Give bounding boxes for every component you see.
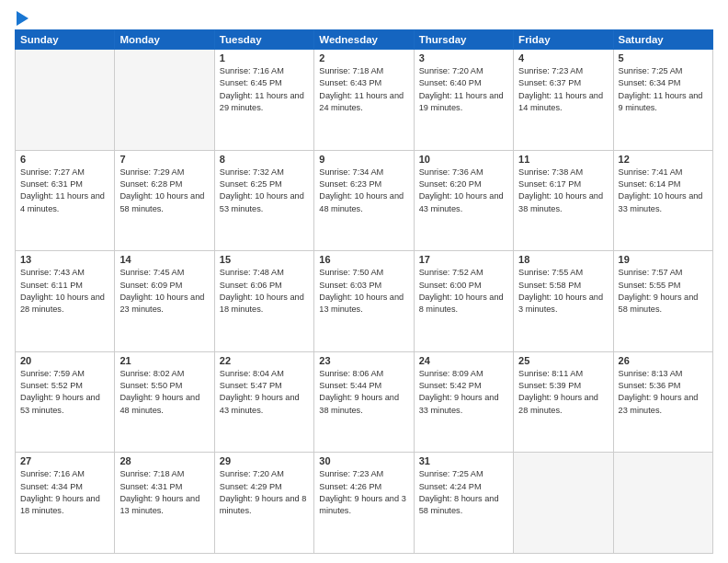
cell-info: Sunrise: 7:20 AM Sunset: 6:40 PM Dayligh… [419,65,508,114]
cell-info: Sunrise: 7:36 AM Sunset: 6:20 PM Dayligh… [419,167,508,215]
calendar-cell: 25Sunrise: 8:11 AM Sunset: 5:39 PM Dayli… [514,351,613,453]
day-number: 26 [619,355,708,366]
day-header-thursday: Thursday [414,30,513,50]
day-number: 11 [518,154,608,165]
day-number: 31 [419,455,508,466]
calendar-cell: 17Sunrise: 7:52 AM Sunset: 6:00 PM Dayli… [414,251,513,352]
calendar-cell: 20Sunrise: 7:59 AM Sunset: 5:52 PM Dayli… [16,351,115,453]
cell-info: Sunrise: 7:20 AM Sunset: 4:29 PM Dayligh… [220,468,309,517]
day-number: 29 [220,455,309,466]
day-header-monday: Monday [115,30,214,50]
calendar-cell: 5Sunrise: 7:25 AM Sunset: 6:34 PM Daylig… [613,50,712,151]
cell-info: Sunrise: 7:16 AM Sunset: 6:45 PM Dayligh… [220,65,309,114]
cell-info: Sunrise: 7:18 AM Sunset: 6:43 PM Dayligh… [319,65,408,114]
day-header-wednesday: Wednesday [314,30,414,50]
cell-info: Sunrise: 8:06 AM Sunset: 5:44 PM Dayligh… [319,368,408,417]
calendar-cell: 31Sunrise: 7:25 AM Sunset: 4:24 PM Dayli… [414,453,513,554]
calendar-cell: 12Sunrise: 7:41 AM Sunset: 6:14 PM Dayli… [613,150,712,251]
calendar-cell: 27Sunrise: 7:16 AM Sunset: 4:34 PM Dayli… [16,453,115,554]
cell-info: Sunrise: 7:16 AM Sunset: 4:34 PM Dayligh… [20,468,109,517]
day-number: 5 [619,52,708,63]
calendar-cell: 15Sunrise: 7:48 AM Sunset: 6:06 PM Dayli… [214,251,313,352]
cell-info: Sunrise: 7:48 AM Sunset: 6:06 PM Dayligh… [220,267,309,316]
calendar-cell: 28Sunrise: 7:18 AM Sunset: 4:31 PM Dayli… [115,453,214,554]
day-number: 7 [119,154,209,165]
day-number: 24 [419,355,508,366]
cell-info: Sunrise: 7:34 AM Sunset: 6:23 PM Dayligh… [319,167,408,215]
cell-info: Sunrise: 7:59 AM Sunset: 5:52 PM Dayligh… [20,368,109,417]
week-row-5: 27Sunrise: 7:16 AM Sunset: 4:34 PM Dayli… [16,453,713,554]
day-number: 12 [619,154,708,165]
day-number: 1 [220,52,309,63]
calendar-cell: 9Sunrise: 7:34 AM Sunset: 6:23 PM Daylig… [314,150,414,251]
day-number: 23 [319,355,408,366]
day-header-sunday: Sunday [16,30,115,50]
week-row-1: 1Sunrise: 7:16 AM Sunset: 6:45 PM Daylig… [16,50,713,151]
day-header-friday: Friday [514,30,613,50]
calendar-cell: 13Sunrise: 7:43 AM Sunset: 6:11 PM Dayli… [16,251,115,352]
cell-info: Sunrise: 7:25 AM Sunset: 4:24 PM Dayligh… [419,468,508,517]
day-number: 25 [518,355,608,366]
page: SundayMondayTuesdayWednesdayThursdayFrid… [0,0,728,563]
day-number: 8 [220,154,309,165]
day-number: 17 [419,254,508,265]
cell-info: Sunrise: 7:43 AM Sunset: 6:11 PM Dayligh… [20,267,109,316]
cell-info: Sunrise: 7:55 AM Sunset: 5:58 PM Dayligh… [518,267,608,316]
day-header-tuesday: Tuesday [214,30,313,50]
calendar-cell: 6Sunrise: 7:27 AM Sunset: 6:31 PM Daylig… [16,150,115,251]
calendar-cell: 8Sunrise: 7:32 AM Sunset: 6:25 PM Daylig… [214,150,313,251]
calendar-cell: 26Sunrise: 8:13 AM Sunset: 5:36 PM Dayli… [613,351,712,453]
calendar-cell [115,50,214,151]
day-number: 3 [419,52,508,63]
calendar-cell: 24Sunrise: 8:09 AM Sunset: 5:42 PM Dayli… [414,351,513,453]
calendar-cell: 1Sunrise: 7:16 AM Sunset: 6:45 PM Daylig… [214,50,313,151]
calendar-cell: 2Sunrise: 7:18 AM Sunset: 6:43 PM Daylig… [314,50,414,151]
cell-info: Sunrise: 7:18 AM Sunset: 4:31 PM Dayligh… [119,468,209,517]
logo-arrow-icon [17,11,28,26]
cell-info: Sunrise: 7:23 AM Sunset: 6:37 PM Dayligh… [518,65,608,114]
cell-info: Sunrise: 7:38 AM Sunset: 6:17 PM Dayligh… [518,167,608,215]
day-number: 4 [518,52,608,63]
calendar-cell: 23Sunrise: 8:06 AM Sunset: 5:44 PM Dayli… [314,351,414,453]
week-row-4: 20Sunrise: 7:59 AM Sunset: 5:52 PM Dayli… [16,351,713,453]
calendar-cell: 7Sunrise: 7:29 AM Sunset: 6:28 PM Daylig… [115,150,214,251]
header [15,11,713,22]
calendar-cell: 29Sunrise: 7:20 AM Sunset: 4:29 PM Dayli… [214,453,313,554]
calendar-cell [514,453,613,554]
calendar-cell [16,50,115,151]
cell-info: Sunrise: 8:11 AM Sunset: 5:39 PM Dayligh… [518,368,608,417]
cell-info: Sunrise: 7:32 AM Sunset: 6:25 PM Dayligh… [220,167,309,215]
day-number: 27 [20,455,109,466]
cell-info: Sunrise: 8:13 AM Sunset: 5:36 PM Dayligh… [619,368,708,417]
day-number: 2 [319,52,408,63]
cell-info: Sunrise: 7:25 AM Sunset: 6:34 PM Dayligh… [619,65,708,114]
calendar-cell: 16Sunrise: 7:50 AM Sunset: 6:03 PM Dayli… [314,251,414,352]
calendar-cell: 3Sunrise: 7:20 AM Sunset: 6:40 PM Daylig… [414,50,513,151]
day-number: 9 [319,154,408,165]
cell-info: Sunrise: 8:02 AM Sunset: 5:50 PM Dayligh… [119,368,209,417]
day-number: 30 [319,455,408,466]
day-number: 6 [20,154,109,165]
cell-info: Sunrise: 7:45 AM Sunset: 6:09 PM Dayligh… [119,267,209,316]
cell-info: Sunrise: 8:09 AM Sunset: 5:42 PM Dayligh… [419,368,508,417]
cell-info: Sunrise: 7:57 AM Sunset: 5:55 PM Dayligh… [619,267,708,316]
calendar-cell: 18Sunrise: 7:55 AM Sunset: 5:58 PM Dayli… [514,251,613,352]
calendar-cell [613,453,712,554]
week-row-3: 13Sunrise: 7:43 AM Sunset: 6:11 PM Dayli… [16,251,713,352]
calendar-cell: 10Sunrise: 7:36 AM Sunset: 6:20 PM Dayli… [414,150,513,251]
day-number: 20 [20,355,109,366]
day-number: 19 [619,254,708,265]
calendar-cell: 21Sunrise: 8:02 AM Sunset: 5:50 PM Dayli… [115,351,214,453]
day-number: 15 [220,254,309,265]
day-number: 10 [419,154,508,165]
day-number: 16 [319,254,408,265]
day-number: 22 [220,355,309,366]
cell-info: Sunrise: 7:27 AM Sunset: 6:31 PM Dayligh… [20,167,109,215]
calendar-cell: 11Sunrise: 7:38 AM Sunset: 6:17 PM Dayli… [514,150,613,251]
week-row-2: 6Sunrise: 7:27 AM Sunset: 6:31 PM Daylig… [16,150,713,251]
day-number: 21 [119,355,209,366]
cell-info: Sunrise: 7:41 AM Sunset: 6:14 PM Dayligh… [619,167,708,215]
cell-info: Sunrise: 7:29 AM Sunset: 6:28 PM Dayligh… [119,167,209,215]
day-number: 28 [119,455,209,466]
calendar-cell: 22Sunrise: 8:04 AM Sunset: 5:47 PM Dayli… [214,351,313,453]
